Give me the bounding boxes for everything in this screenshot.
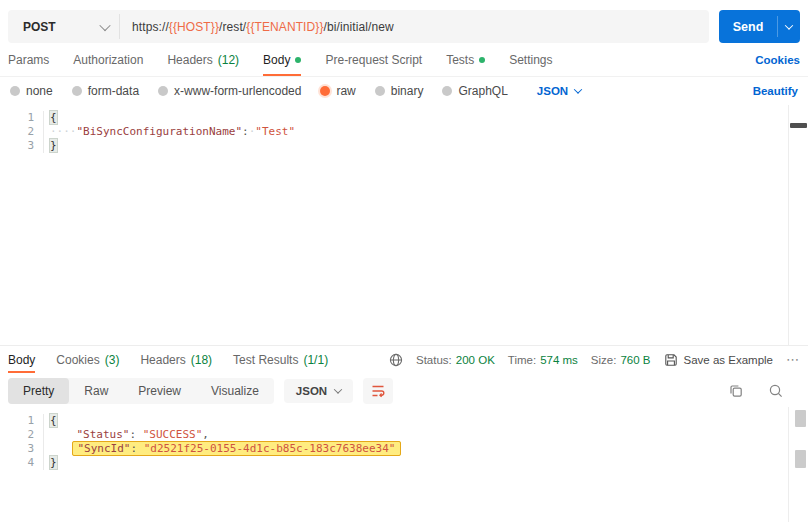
send-options-button[interactable] bbox=[778, 10, 800, 43]
line-content: "SyncId": "d2521f25-0155-4d1c-b85c-183c7… bbox=[44, 442, 401, 456]
body-type-none[interactable]: none bbox=[10, 84, 53, 98]
tab-count: (18) bbox=[191, 353, 212, 367]
chevron-down-icon bbox=[99, 19, 110, 30]
request-url-bar: POST https://{{HOST}}/rest/{{TENANTID}}/… bbox=[0, 0, 808, 43]
tab-label: Pre-request Script bbox=[325, 53, 422, 67]
size-label: Size: bbox=[591, 354, 617, 366]
view-tab-raw[interactable]: Raw bbox=[69, 378, 123, 404]
response-format-select[interactable]: JSON bbox=[284, 379, 353, 403]
token-key: "BiSyncConfigurationName" bbox=[77, 125, 243, 138]
method-select[interactable]: POST bbox=[8, 10, 119, 43]
send-button-label: Send bbox=[719, 10, 777, 43]
time-value: 574 ms bbox=[540, 354, 578, 366]
line-number: 4 bbox=[0, 456, 44, 470]
body-type-graphql[interactable]: GraphQL bbox=[442, 84, 507, 98]
token-brace: } bbox=[50, 139, 57, 152]
copy-icon[interactable] bbox=[728, 383, 744, 399]
token-str: "Test" bbox=[255, 125, 295, 138]
line-content: { bbox=[44, 414, 57, 428]
tab-count: (12) bbox=[218, 53, 239, 67]
tab-body[interactable]: Body bbox=[263, 43, 301, 76]
tab-label: Settings bbox=[509, 53, 552, 67]
response-toolbar: PrettyRawPreviewVisualize JSON bbox=[0, 373, 808, 407]
tab-params[interactable]: Params bbox=[8, 43, 49, 76]
body-type-raw[interactable]: raw bbox=[320, 84, 355, 98]
scrollbar-track[interactable] bbox=[788, 105, 789, 345]
send-button[interactable]: Send bbox=[719, 10, 800, 43]
more-options-button[interactable]: ⋯ bbox=[786, 352, 800, 367]
tab-label: Authorization bbox=[73, 53, 143, 67]
cookies-link[interactable]: Cookies bbox=[755, 43, 800, 76]
tab-count: (1/1) bbox=[303, 353, 328, 367]
time-badge: Time: 574 ms bbox=[508, 354, 578, 366]
view-tab-visualize[interactable]: Visualize bbox=[196, 378, 274, 404]
wrap-lines-button[interactable] bbox=[363, 378, 393, 404]
response-tab-test-results[interactable]: Test Results(1/1) bbox=[233, 346, 328, 373]
token-ws: ···· bbox=[50, 125, 77, 138]
view-tab-preview[interactable]: Preview bbox=[123, 378, 196, 404]
body-type-options: noneform-datax-www-form-urlencodedrawbin… bbox=[10, 84, 508, 98]
body-type-label: x-www-form-urlencoded bbox=[174, 84, 301, 98]
body-type-label: raw bbox=[336, 84, 355, 98]
body-type-binary[interactable]: binary bbox=[375, 84, 424, 98]
scrollbar-track[interactable] bbox=[788, 407, 789, 522]
line-number: 1 bbox=[0, 414, 44, 428]
tab-label: Body bbox=[8, 353, 35, 367]
radio-icon bbox=[375, 86, 385, 96]
response-view-tabs: PrettyRawPreviewVisualize bbox=[8, 378, 274, 404]
radio-icon bbox=[320, 86, 330, 96]
request-tabs: ParamsAuthorizationHeaders(12)BodyPre-re… bbox=[8, 43, 553, 76]
view-tab-pretty[interactable]: Pretty bbox=[8, 378, 69, 404]
tab-label: Cookies bbox=[56, 353, 99, 367]
network-globe-icon[interactable] bbox=[389, 353, 403, 367]
green-dot-icon bbox=[295, 57, 301, 63]
tab-settings[interactable]: Settings bbox=[509, 43, 552, 76]
search-highlight: "SyncId": "d2521f25-0155-4d1c-b85c-183c7… bbox=[72, 441, 402, 456]
url-input[interactable]: https://{{HOST}}/rest/{{TENANTID}}/bi/in… bbox=[120, 10, 394, 43]
line-content: { bbox=[44, 111, 57, 125]
save-icon bbox=[664, 353, 678, 367]
scrollbar-annotation bbox=[795, 410, 806, 427]
body-type-form-data[interactable]: form-data bbox=[72, 84, 139, 98]
body-type-row: noneform-datax-www-form-urlencodedrawbin… bbox=[0, 77, 808, 105]
tab-headers[interactable]: Headers(12) bbox=[167, 43, 239, 76]
token-punct: , bbox=[202, 428, 209, 441]
token-brace: { bbox=[50, 111, 57, 124]
method-label: POST bbox=[23, 20, 56, 34]
tab-label: Headers bbox=[140, 353, 185, 367]
body-type-label: form-data bbox=[88, 84, 139, 98]
response-tab-body[interactable]: Body bbox=[8, 346, 35, 373]
tab-tests[interactable]: Tests bbox=[446, 43, 485, 76]
search-icon[interactable] bbox=[768, 383, 784, 399]
token-key: "SyncId" bbox=[78, 442, 131, 455]
line-content: ····"BiSyncConfigurationName":·"Test" bbox=[44, 125, 295, 139]
response-tab-headers[interactable]: Headers(18) bbox=[140, 346, 212, 373]
request-tabs-row: ParamsAuthorizationHeaders(12)BodyPre-re… bbox=[0, 43, 808, 77]
line-number: 3 bbox=[0, 139, 44, 153]
tab-label: Body bbox=[263, 53, 290, 67]
response-tabs: BodyCookies(3)Headers(18)Test Results(1/… bbox=[8, 346, 328, 373]
radio-icon bbox=[158, 86, 168, 96]
body-type-x-www-form-urlencoded[interactable]: x-www-form-urlencoded bbox=[158, 84, 301, 98]
tab-label: Test Results bbox=[233, 353, 298, 367]
response-format-label: JSON bbox=[296, 385, 327, 397]
request-body-editor[interactable]: 1{2····"BiSyncConfigurationName":·"Test"… bbox=[0, 105, 808, 345]
token-key: "Status" bbox=[77, 428, 130, 441]
save-as-example-button[interactable]: Save as Example bbox=[664, 353, 774, 367]
response-tab-cookies[interactable]: Cookies(3) bbox=[56, 346, 119, 373]
response-body-editor[interactable]: 1{2 "Status": "SUCCESS",3 "SyncId": "d25… bbox=[0, 407, 808, 522]
line-content: "Status": "SUCCESS", bbox=[44, 428, 209, 442]
code-line: 3} bbox=[0, 139, 808, 153]
body-format-select[interactable]: JSON bbox=[537, 85, 581, 97]
code-lines: 1{2 "Status": "SUCCESS",3 "SyncId": "d25… bbox=[0, 407, 808, 470]
chevron-down-icon bbox=[574, 85, 582, 93]
tab-pre-request-script[interactable]: Pre-request Script bbox=[325, 43, 422, 76]
body-type-label: none bbox=[26, 84, 53, 98]
tab-authorization[interactable]: Authorization bbox=[73, 43, 143, 76]
body-type-label: GraphQL bbox=[458, 84, 507, 98]
code-line: 2····"BiSyncConfigurationName":·"Test" bbox=[0, 125, 808, 139]
beautify-link[interactable]: Beautify bbox=[753, 85, 798, 97]
toolbar-right-icons bbox=[728, 383, 800, 399]
status-badge: Status: 200 OK bbox=[416, 354, 495, 366]
token-brace: { bbox=[50, 414, 57, 427]
